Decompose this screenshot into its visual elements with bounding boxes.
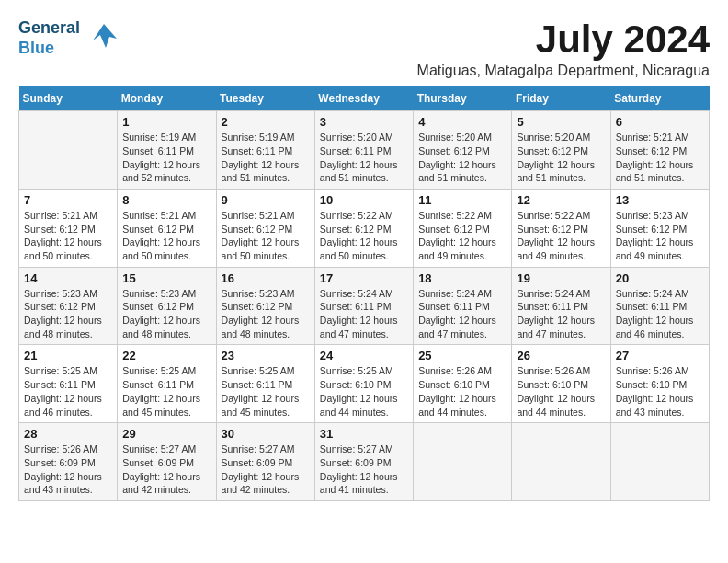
sunrise-text: Sunrise: 5:26 AM <box>517 364 605 378</box>
logo-general: General <box>18 18 80 39</box>
calendar-cell: 24Sunrise: 5:25 AMSunset: 6:10 PMDayligh… <box>314 345 413 423</box>
daylight-text: Daylight: 12 hours and 46 minutes. <box>24 392 112 419</box>
day-info: Sunrise: 5:21 AMSunset: 6:12 PMDaylight:… <box>616 131 704 185</box>
sunset-text: Sunset: 6:10 PM <box>320 378 408 392</box>
day-number: 10 <box>320 193 408 207</box>
day-number: 18 <box>418 271 506 285</box>
calendar-cell: 7Sunrise: 5:21 AMSunset: 6:12 PMDaylight… <box>19 189 118 267</box>
daylight-text: Daylight: 12 hours and 51 minutes. <box>616 158 704 185</box>
calendar-cell: 20Sunrise: 5:24 AMSunset: 6:11 PMDayligh… <box>610 267 709 345</box>
day-number: 29 <box>122 427 210 441</box>
daylight-text: Daylight: 12 hours and 43 minutes. <box>616 392 704 419</box>
daylight-text: Daylight: 12 hours and 45 minutes. <box>222 392 310 419</box>
page-header: General Blue July 2024 Matiguas, Matagal… <box>18 18 710 79</box>
daylight-text: Daylight: 12 hours and 44 minutes. <box>320 392 408 419</box>
daylight-text: Daylight: 12 hours and 48 minutes. <box>24 314 112 340</box>
calendar-cell: 8Sunrise: 5:21 AMSunset: 6:12 PMDaylight… <box>118 189 216 267</box>
sunrise-text: Sunrise: 5:20 AM <box>517 131 605 144</box>
day-number: 24 <box>320 349 408 362</box>
logo-bird-icon <box>87 20 120 57</box>
daylight-text: Daylight: 12 hours and 42 minutes. <box>122 470 210 497</box>
day-info: Sunrise: 5:26 AMSunset: 6:10 PMDaylight:… <box>517 364 605 419</box>
day-number: 7 <box>24 193 112 207</box>
day-info: Sunrise: 5:26 AMSunset: 6:10 PMDaylight:… <box>616 364 704 419</box>
calendar-cell: 21Sunrise: 5:25 AMSunset: 6:11 PMDayligh… <box>19 345 118 423</box>
calendar-week-row: 14Sunrise: 5:23 AMSunset: 6:12 PMDayligh… <box>19 267 710 345</box>
calendar-cell: 10Sunrise: 5:22 AMSunset: 6:12 PMDayligh… <box>314 189 413 267</box>
sunset-text: Sunset: 6:12 PM <box>222 223 310 236</box>
day-number: 4 <box>418 115 506 129</box>
calendar-cell <box>610 423 709 501</box>
daylight-text: Daylight: 12 hours and 49 minutes. <box>517 236 605 262</box>
daylight-text: Daylight: 12 hours and 44 minutes. <box>517 392 605 419</box>
calendar-cell: 17Sunrise: 5:24 AMSunset: 6:11 PMDayligh… <box>314 267 413 345</box>
sunset-text: Sunset: 6:11 PM <box>320 300 408 314</box>
calendar-cell: 25Sunrise: 5:26 AMSunset: 6:10 PMDayligh… <box>414 345 512 423</box>
day-number: 14 <box>24 271 112 285</box>
day-info: Sunrise: 5:26 AMSunset: 6:09 PMDaylight:… <box>24 442 112 497</box>
day-info: Sunrise: 5:24 AMSunset: 6:11 PMDaylight:… <box>517 287 605 341</box>
calendar-cell: 9Sunrise: 5:21 AMSunset: 6:12 PMDaylight… <box>216 189 314 267</box>
title-block: July 2024 Matiguas, Matagalpa Department… <box>417 18 710 79</box>
sunset-text: Sunset: 6:10 PM <box>616 378 704 392</box>
day-number: 31 <box>320 427 408 441</box>
daylight-text: Daylight: 12 hours and 43 minutes. <box>24 470 112 497</box>
sunset-text: Sunset: 6:12 PM <box>24 300 112 314</box>
calendar-cell: 22Sunrise: 5:25 AMSunset: 6:11 PMDayligh… <box>118 345 216 423</box>
sunrise-text: Sunrise: 5:26 AM <box>418 364 506 378</box>
day-info: Sunrise: 5:21 AMSunset: 6:12 PMDaylight:… <box>24 209 112 263</box>
day-info: Sunrise: 5:23 AMSunset: 6:12 PMDaylight:… <box>122 287 210 341</box>
day-info: Sunrise: 5:25 AMSunset: 6:11 PMDaylight:… <box>122 364 210 419</box>
day-info: Sunrise: 5:21 AMSunset: 6:12 PMDaylight:… <box>222 209 310 263</box>
sunrise-text: Sunrise: 5:24 AM <box>517 287 605 301</box>
day-number: 2 <box>222 115 310 129</box>
daylight-text: Daylight: 12 hours and 47 minutes. <box>517 314 605 340</box>
daylight-text: Daylight: 12 hours and 51 minutes. <box>320 158 408 185</box>
daylight-text: Daylight: 12 hours and 50 minutes. <box>24 236 112 262</box>
day-info: Sunrise: 5:19 AMSunset: 6:11 PMDaylight:… <box>122 131 210 185</box>
sunrise-text: Sunrise: 5:23 AM <box>616 209 704 223</box>
calendar-cell: 1Sunrise: 5:19 AMSunset: 6:11 PMDaylight… <box>118 111 216 190</box>
svg-marker-0 <box>93 24 117 48</box>
day-info: Sunrise: 5:27 AMSunset: 6:09 PMDaylight:… <box>222 442 310 497</box>
day-info: Sunrise: 5:24 AMSunset: 6:11 PMDaylight:… <box>320 287 408 341</box>
day-number: 5 <box>517 115 605 129</box>
calendar-cell: 28Sunrise: 5:26 AMSunset: 6:09 PMDayligh… <box>19 423 118 501</box>
day-info: Sunrise: 5:19 AMSunset: 6:11 PMDaylight:… <box>222 131 310 185</box>
sunset-text: Sunset: 6:11 PM <box>122 144 210 158</box>
calendar-cell: 2Sunrise: 5:19 AMSunset: 6:11 PMDaylight… <box>216 111 314 190</box>
sunset-text: Sunset: 6:11 PM <box>616 300 704 314</box>
sunset-text: Sunset: 6:09 PM <box>24 456 112 470</box>
sunset-text: Sunset: 6:11 PM <box>24 378 112 392</box>
header-wednesday: Wednesday <box>314 86 413 111</box>
sunrise-text: Sunrise: 5:23 AM <box>222 287 310 301</box>
day-info: Sunrise: 5:26 AMSunset: 6:10 PMDaylight:… <box>418 364 506 419</box>
header-sunday: Sunday <box>19 86 118 111</box>
calendar-cell: 11Sunrise: 5:22 AMSunset: 6:12 PMDayligh… <box>414 189 512 267</box>
day-number: 26 <box>517 349 605 362</box>
day-info: Sunrise: 5:23 AMSunset: 6:12 PMDaylight:… <box>222 287 310 341</box>
calendar-cell: 23Sunrise: 5:25 AMSunset: 6:11 PMDayligh… <box>216 345 314 423</box>
day-number: 3 <box>320 115 408 129</box>
daylight-text: Daylight: 12 hours and 48 minutes. <box>122 314 210 340</box>
sunrise-text: Sunrise: 5:25 AM <box>122 364 210 378</box>
sunrise-text: Sunrise: 5:23 AM <box>24 287 112 301</box>
daylight-text: Daylight: 12 hours and 47 minutes. <box>418 314 506 340</box>
calendar-cell: 18Sunrise: 5:24 AMSunset: 6:11 PMDayligh… <box>414 267 512 345</box>
header-monday: Monday <box>118 86 216 111</box>
day-number: 13 <box>616 193 704 207</box>
day-number: 6 <box>616 115 704 129</box>
calendar-cell: 3Sunrise: 5:20 AMSunset: 6:11 PMDaylight… <box>314 111 413 190</box>
day-number: 12 <box>517 193 605 207</box>
daylight-text: Daylight: 12 hours and 50 minutes. <box>320 236 408 262</box>
daylight-text: Daylight: 12 hours and 45 minutes. <box>122 392 210 419</box>
daylight-text: Daylight: 12 hours and 48 minutes. <box>222 314 310 340</box>
daylight-text: Daylight: 12 hours and 46 minutes. <box>616 314 704 340</box>
calendar-cell: 12Sunrise: 5:22 AMSunset: 6:12 PMDayligh… <box>512 189 610 267</box>
day-info: Sunrise: 5:23 AMSunset: 6:12 PMDaylight:… <box>24 287 112 341</box>
sunset-text: Sunset: 6:12 PM <box>517 223 605 236</box>
sunrise-text: Sunrise: 5:24 AM <box>418 287 506 301</box>
day-info: Sunrise: 5:20 AMSunset: 6:12 PMDaylight:… <box>517 131 605 185</box>
sunset-text: Sunset: 6:11 PM <box>222 378 310 392</box>
day-number: 30 <box>222 427 310 441</box>
